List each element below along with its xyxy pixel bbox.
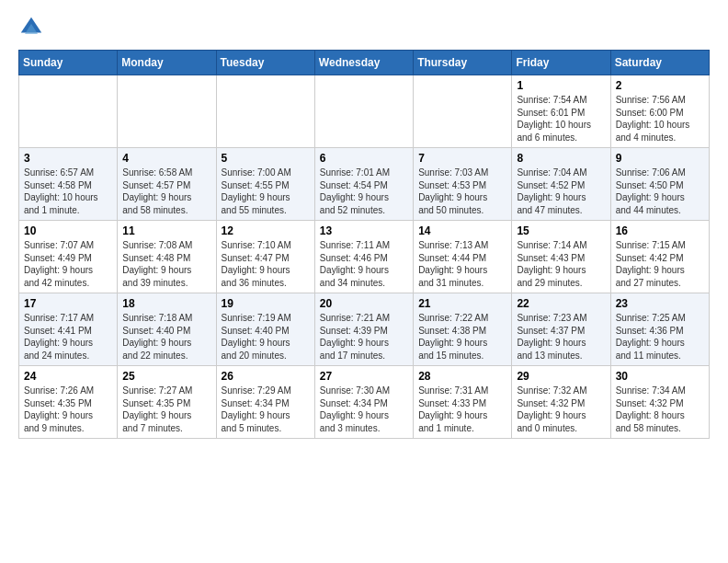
day-number: 3 [24, 152, 112, 165]
calendar-cell: 24Sunrise: 7:26 AM Sunset: 4:35 PM Dayli… [19, 366, 118, 439]
calendar-cell: 29Sunrise: 7:32 AM Sunset: 4:32 PM Dayli… [512, 366, 610, 439]
day-info: Sunrise: 7:07 AM Sunset: 4:49 PM Dayligh… [24, 239, 112, 289]
calendar-body: 1Sunrise: 7:54 AM Sunset: 6:01 PM Daylig… [19, 75, 710, 439]
calendar-cell [314, 75, 413, 148]
calendar-cell: 7Sunrise: 7:03 AM Sunset: 4:53 PM Daylig… [414, 148, 512, 221]
weekday-header-cell: Wednesday [314, 51, 413, 75]
day-number: 16 [616, 224, 704, 237]
calendar-cell: 12Sunrise: 7:10 AM Sunset: 4:47 PM Dayli… [216, 221, 314, 293]
calendar-cell: 4Sunrise: 6:58 AM Sunset: 4:57 PM Daylig… [118, 148, 216, 221]
day-info: Sunrise: 7:34 AM Sunset: 4:32 PM Dayligh… [616, 385, 704, 434]
calendar-cell: 14Sunrise: 7:13 AM Sunset: 4:44 PM Dayli… [414, 221, 512, 293]
day-number: 17 [24, 297, 112, 310]
day-number: 20 [320, 297, 408, 310]
day-info: Sunrise: 7:08 AM Sunset: 4:48 PM Dayligh… [122, 239, 210, 289]
day-number: 2 [616, 79, 704, 92]
day-info: Sunrise: 7:56 AM Sunset: 6:00 PM Dayligh… [616, 94, 704, 144]
day-info: Sunrise: 7:30 AM Sunset: 4:34 PM Dayligh… [320, 385, 408, 434]
calendar-cell: 22Sunrise: 7:23 AM Sunset: 4:37 PM Dayli… [512, 293, 610, 366]
day-info: Sunrise: 7:10 AM Sunset: 4:47 PM Dayligh… [222, 239, 310, 289]
day-number: 12 [222, 224, 310, 237]
header [18, 15, 710, 40]
weekday-header-cell: Thursday [414, 51, 512, 75]
day-info: Sunrise: 7:14 AM Sunset: 4:43 PM Dayligh… [517, 239, 605, 289]
day-number: 14 [418, 224, 506, 237]
calendar-cell: 26Sunrise: 7:29 AM Sunset: 4:34 PM Dayli… [216, 366, 314, 439]
calendar-cell: 25Sunrise: 7:27 AM Sunset: 4:35 PM Dayli… [118, 366, 216, 439]
calendar-cell: 15Sunrise: 7:14 AM Sunset: 4:43 PM Dayli… [512, 221, 610, 293]
day-number: 25 [122, 370, 210, 383]
day-number: 9 [616, 152, 704, 165]
calendar-cell: 11Sunrise: 7:08 AM Sunset: 4:48 PM Dayli… [118, 221, 216, 293]
calendar-cell: 17Sunrise: 7:17 AM Sunset: 4:41 PM Dayli… [19, 293, 118, 366]
calendar-week-row: 10Sunrise: 7:07 AM Sunset: 4:49 PM Dayli… [19, 221, 710, 293]
day-number: 13 [320, 224, 408, 237]
weekday-header-row: SundayMondayTuesdayWednesdayThursdayFrid… [19, 51, 710, 75]
calendar-cell: 1Sunrise: 7:54 AM Sunset: 6:01 PM Daylig… [512, 75, 610, 148]
day-number: 8 [517, 152, 605, 165]
day-info: Sunrise: 7:19 AM Sunset: 4:40 PM Dayligh… [222, 312, 310, 362]
calendar-cell [19, 75, 118, 148]
day-info: Sunrise: 7:13 AM Sunset: 4:44 PM Dayligh… [418, 239, 506, 289]
calendar-cell: 9Sunrise: 7:06 AM Sunset: 4:50 PM Daylig… [610, 148, 709, 221]
calendar-cell [414, 75, 512, 148]
calendar-cell: 6Sunrise: 7:01 AM Sunset: 4:54 PM Daylig… [314, 148, 413, 221]
calendar-cell: 23Sunrise: 7:25 AM Sunset: 4:36 PM Dayli… [610, 293, 709, 366]
calendar-cell: 3Sunrise: 6:57 AM Sunset: 4:58 PM Daylig… [19, 148, 118, 221]
day-info: Sunrise: 7:00 AM Sunset: 4:55 PM Dayligh… [222, 167, 310, 216]
calendar-cell: 13Sunrise: 7:11 AM Sunset: 4:46 PM Dayli… [314, 221, 413, 293]
day-info: Sunrise: 7:23 AM Sunset: 4:37 PM Dayligh… [517, 312, 605, 362]
calendar-cell [216, 75, 314, 148]
logo [18, 15, 48, 40]
day-info: Sunrise: 7:25 AM Sunset: 4:36 PM Dayligh… [616, 312, 704, 362]
day-number: 23 [616, 297, 704, 310]
calendar-cell: 28Sunrise: 7:31 AM Sunset: 4:33 PM Dayli… [414, 366, 512, 439]
day-number: 5 [222, 152, 310, 165]
calendar-cell: 19Sunrise: 7:19 AM Sunset: 4:40 PM Dayli… [216, 293, 314, 366]
day-number: 21 [418, 297, 506, 310]
day-info: Sunrise: 7:17 AM Sunset: 4:41 PM Dayligh… [24, 312, 112, 362]
day-number: 22 [517, 297, 605, 310]
day-info: Sunrise: 7:11 AM Sunset: 4:46 PM Dayligh… [320, 239, 408, 289]
day-number: 24 [24, 370, 112, 383]
calendar-cell: 30Sunrise: 7:34 AM Sunset: 4:32 PM Dayli… [610, 366, 709, 439]
day-number: 4 [122, 152, 210, 165]
day-number: 19 [222, 297, 310, 310]
day-info: Sunrise: 7:32 AM Sunset: 4:32 PM Dayligh… [517, 385, 605, 434]
day-info: Sunrise: 7:26 AM Sunset: 4:35 PM Dayligh… [24, 385, 112, 434]
day-info: Sunrise: 6:58 AM Sunset: 4:57 PM Dayligh… [122, 167, 210, 216]
calendar-cell: 8Sunrise: 7:04 AM Sunset: 4:52 PM Daylig… [512, 148, 610, 221]
calendar-cell: 10Sunrise: 7:07 AM Sunset: 4:49 PM Dayli… [19, 221, 118, 293]
day-number: 1 [517, 79, 605, 92]
calendar-week-row: 17Sunrise: 7:17 AM Sunset: 4:41 PM Dayli… [19, 293, 710, 366]
day-number: 26 [222, 370, 310, 383]
calendar-cell: 20Sunrise: 7:21 AM Sunset: 4:39 PM Dayli… [314, 293, 413, 366]
day-number: 27 [320, 370, 408, 383]
calendar-cell: 18Sunrise: 7:18 AM Sunset: 4:40 PM Dayli… [118, 293, 216, 366]
weekday-header-cell: Sunday [19, 51, 118, 75]
weekday-header-cell: Monday [118, 51, 216, 75]
day-info: Sunrise: 7:22 AM Sunset: 4:38 PM Dayligh… [418, 312, 506, 362]
day-number: 11 [122, 224, 210, 237]
calendar-cell: 5Sunrise: 7:00 AM Sunset: 4:55 PM Daylig… [216, 148, 314, 221]
calendar-cell: 27Sunrise: 7:30 AM Sunset: 4:34 PM Dayli… [314, 366, 413, 439]
day-info: Sunrise: 7:21 AM Sunset: 4:39 PM Dayligh… [320, 312, 408, 362]
day-info: Sunrise: 7:03 AM Sunset: 4:53 PM Dayligh… [418, 167, 506, 216]
day-number: 10 [24, 224, 112, 237]
weekday-header-cell: Saturday [610, 51, 709, 75]
calendar-table: SundayMondayTuesdayWednesdayThursdayFrid… [18, 50, 710, 439]
day-info: Sunrise: 7:27 AM Sunset: 4:35 PM Dayligh… [122, 385, 210, 434]
calendar-week-row: 24Sunrise: 7:26 AM Sunset: 4:35 PM Dayli… [19, 366, 710, 439]
calendar-cell: 16Sunrise: 7:15 AM Sunset: 4:42 PM Dayli… [610, 221, 709, 293]
day-info: Sunrise: 7:18 AM Sunset: 4:40 PM Dayligh… [122, 312, 210, 362]
day-info: Sunrise: 7:54 AM Sunset: 6:01 PM Dayligh… [517, 94, 605, 144]
day-info: Sunrise: 7:29 AM Sunset: 4:34 PM Dayligh… [222, 385, 310, 434]
calendar-cell: 2Sunrise: 7:56 AM Sunset: 6:00 PM Daylig… [610, 75, 709, 148]
weekday-header-cell: Tuesday [216, 51, 314, 75]
day-number: 30 [616, 370, 704, 383]
day-info: Sunrise: 7:31 AM Sunset: 4:33 PM Dayligh… [418, 385, 506, 434]
calendar-week-row: 1Sunrise: 7:54 AM Sunset: 6:01 PM Daylig… [19, 75, 710, 148]
day-info: Sunrise: 7:04 AM Sunset: 4:52 PM Dayligh… [517, 167, 605, 216]
calendar-week-row: 3Sunrise: 6:57 AM Sunset: 4:58 PM Daylig… [19, 148, 710, 221]
day-number: 29 [517, 370, 605, 383]
